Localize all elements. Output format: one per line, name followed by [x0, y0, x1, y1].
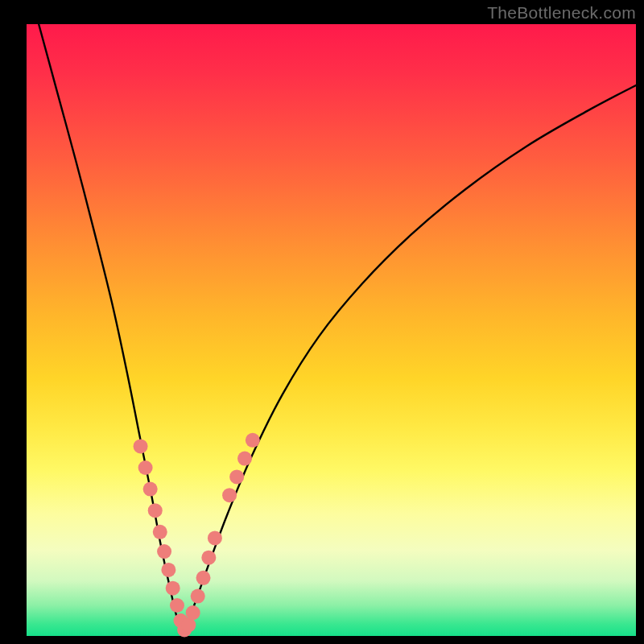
marker-point — [237, 452, 252, 466]
marker-point — [229, 469, 244, 484]
marker-point — [138, 460, 153, 475]
marker-group — [134, 433, 260, 638]
marker-point — [186, 605, 200, 620]
marker-point — [143, 482, 158, 497]
line-left-branch — [39, 24, 183, 636]
marker-point — [222, 488, 237, 502]
marker-point — [148, 503, 163, 518]
marker-point — [196, 571, 211, 585]
marker-point — [170, 598, 184, 613]
chart-overlay — [0, 0, 644, 644]
line-right-branch — [183, 85, 636, 636]
chart-frame: TheBottleneck.com — [0, 0, 644, 644]
marker-point — [191, 589, 205, 604]
marker-point — [246, 433, 260, 448]
marker-point — [161, 563, 175, 577]
curve-left — [39, 24, 183, 636]
marker-point — [201, 551, 216, 565]
marker-point — [157, 544, 171, 559]
marker-point — [166, 581, 180, 596]
marker-point — [134, 439, 148, 453]
curve-right — [183, 85, 636, 636]
marker-point — [153, 525, 167, 539]
marker-point — [208, 530, 222, 545]
